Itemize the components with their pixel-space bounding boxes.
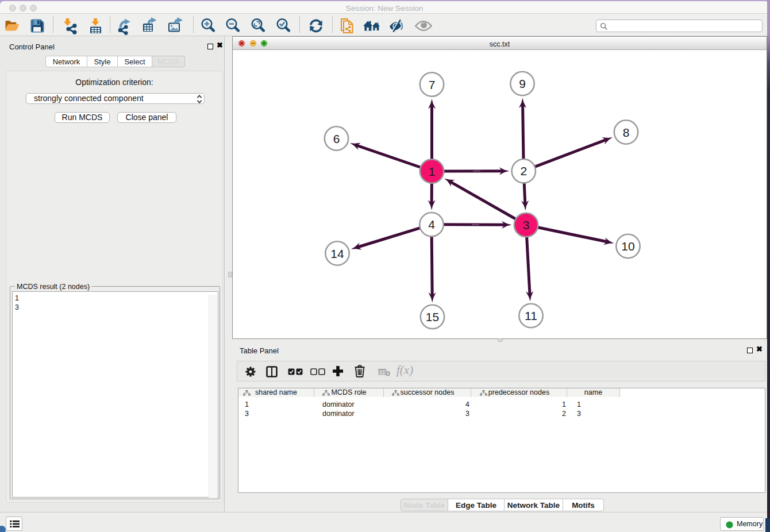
svg-text:10: 10: [621, 240, 634, 253]
svg-text:15: 15: [426, 310, 439, 323]
svg-text:3: 3: [523, 218, 530, 232]
svg-text:4: 4: [428, 218, 435, 231]
svg-text:2: 2: [520, 164, 527, 178]
svg-text:9: 9: [519, 77, 526, 90]
svg-text:1: 1: [429, 165, 436, 178]
svg-text:7: 7: [429, 78, 436, 91]
svg-text:8: 8: [623, 126, 630, 139]
svg-text:14: 14: [330, 247, 344, 260]
svg-text:11: 11: [525, 309, 537, 322]
svg-text:6: 6: [333, 132, 340, 145]
